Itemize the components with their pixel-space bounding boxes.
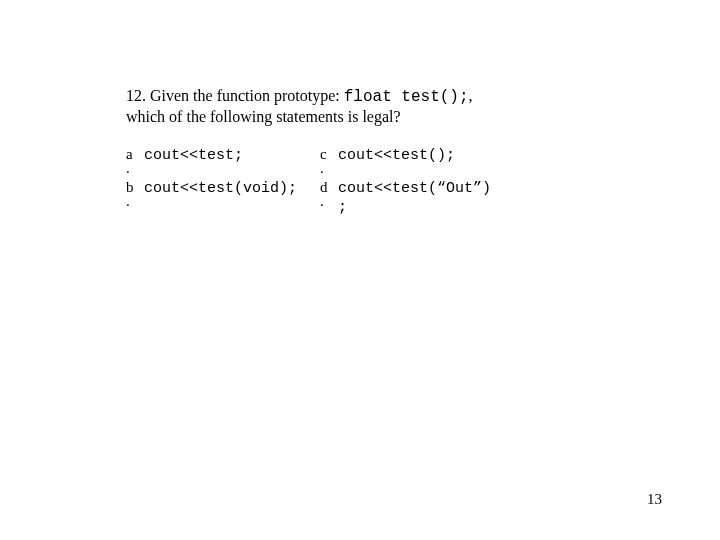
question-number: 12. xyxy=(126,87,146,104)
option-code-d: cout<<test(“Out”) ; xyxy=(338,180,528,218)
page-number: 13 xyxy=(647,491,662,508)
option-dot-c: . xyxy=(320,162,332,174)
option-label-d: d . xyxy=(320,180,332,207)
question-prompt: 12. Given the function prototype: float … xyxy=(126,86,596,127)
options-grid: a . cout<<test; c . cout<<test(); b . co… xyxy=(126,147,596,218)
option-dot-a: . xyxy=(126,162,138,174)
option-code-b: cout<<test(void); xyxy=(144,180,314,199)
prompt-code: float test(); xyxy=(344,88,469,106)
option-dot-b: . xyxy=(126,195,138,207)
option-label-b: b . xyxy=(126,180,138,207)
prompt-text-1a: Given the function prototype: xyxy=(150,87,344,104)
prompt-text-2: which of the following statements is leg… xyxy=(126,108,401,125)
option-code-c: cout<<test(); xyxy=(338,147,528,166)
option-label-a: a . xyxy=(126,147,138,174)
option-label-c: c . xyxy=(320,147,332,174)
option-dot-d: . xyxy=(320,195,332,207)
option-code-a: cout<<test; xyxy=(144,147,314,166)
prompt-text-1b: , xyxy=(469,87,473,104)
question-block: 12. Given the function prototype: float … xyxy=(0,0,596,218)
